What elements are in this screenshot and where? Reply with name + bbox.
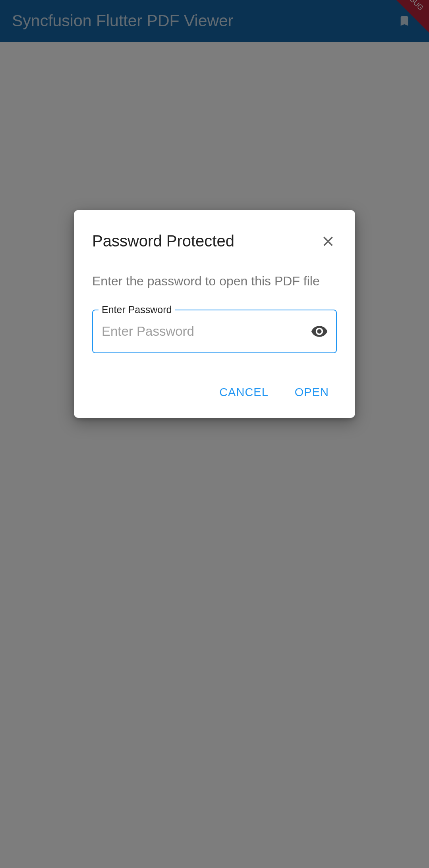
dialog-actions: CANCEL OPEN xyxy=(92,381,337,404)
cancel-button[interactable]: CANCEL xyxy=(216,381,272,404)
close-button[interactable] xyxy=(319,233,337,250)
password-dialog: Password Protected Enter the password to… xyxy=(74,210,355,418)
eye-icon xyxy=(311,323,328,340)
close-icon xyxy=(321,234,335,248)
dialog-header: Password Protected xyxy=(92,232,337,250)
password-input[interactable] xyxy=(92,310,337,353)
toggle-password-visibility[interactable] xyxy=(310,322,329,341)
dialog-instruction: Enter the password to open this PDF file xyxy=(92,273,337,290)
open-button[interactable]: OPEN xyxy=(292,381,332,404)
password-field-label: Enter Password xyxy=(99,304,175,316)
password-field-wrapper: Enter Password xyxy=(92,310,337,353)
modal-overlay[interactable]: Password Protected Enter the password to… xyxy=(0,0,429,868)
dialog-title: Password Protected xyxy=(92,232,234,250)
